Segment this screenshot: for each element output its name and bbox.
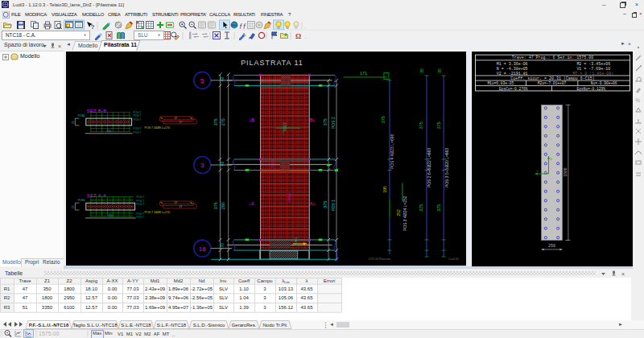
svg-text:λLim: λLim xyxy=(282,278,290,284)
svg-text:375: 375 xyxy=(436,122,441,129)
svg-text:375: 375 xyxy=(323,201,328,208)
svg-text:POS 2: POS 2 xyxy=(271,159,275,167)
svg-text:GerarcRes.: GerarcRes. xyxy=(232,323,257,328)
svg-text:M2u=-7.01e+07: M2u=-7.01e+07 xyxy=(538,81,567,85)
svg-text:Z1: Z1 xyxy=(44,278,51,283)
svg-text:POS 5: POS 5 xyxy=(295,237,298,245)
svg-text:77.03: 77.03 xyxy=(126,305,139,310)
svg-text:17: 17 xyxy=(179,121,182,124)
svg-text:.: . xyxy=(231,35,233,39)
svg-text:250: 250 xyxy=(548,244,555,248)
svg-text:12.57: 12.57 xyxy=(85,305,98,310)
svg-text:17: 17 xyxy=(174,201,177,204)
svg-text:0.00: 0.00 xyxy=(108,286,118,291)
svg-text:43.65: 43.65 xyxy=(300,286,313,291)
svg-text:R1: R1 xyxy=(4,286,10,291)
svg-text:Trave: Trave xyxy=(19,278,31,283)
svg-text:POS 7: POS 7 xyxy=(137,196,145,199)
svg-text:5: 5 xyxy=(200,77,204,84)
svg-text:375: 375 xyxy=(381,116,386,123)
svg-text:EpsNu=-0.129%: EpsNu=-0.129% xyxy=(576,87,605,91)
svg-text:SLV: SLV xyxy=(219,305,228,310)
svg-text:λ: λ xyxy=(306,278,308,283)
svg-text:A: A xyxy=(242,32,246,37)
svg-text:POS 7 34Ø8 L=170: POS 7 34Ø8 L=170 xyxy=(145,126,170,130)
svg-text:3: 3 xyxy=(551,158,552,161)
svg-text:M2 = -3.45e+06: M2 = -3.45e+06 xyxy=(576,62,610,66)
svg-text:3: 3 xyxy=(200,162,204,169)
svg-text:Aspig: Aspig xyxy=(85,278,97,283)
svg-text:195: 195 xyxy=(382,186,387,193)
svg-text:1.04: 1.04 xyxy=(239,295,249,300)
svg-text:P.F.-S.L.U.-NTC18: P.F.-S.L.U.-NTC18 xyxy=(29,323,69,328)
svg-text:Trave: 47 Prog.: 6 Sez.in: 1: Trave: 47 Prog.: 6 Sez.in: 1575.00 xyxy=(512,56,593,60)
svg-text:0.00: 0.00 xyxy=(108,295,118,300)
svg-text:1.89e+06: 1.89e+06 xyxy=(168,286,189,291)
svg-text:1.10: 1.10 xyxy=(239,286,249,291)
svg-text:Errori: Errori xyxy=(324,278,336,283)
svg-text:1575.00 Pilastrata: 1575.00 Pilastrata xyxy=(369,258,391,261)
svg-text:POS 7: POS 7 xyxy=(137,203,145,206)
svg-text:Ω: Ω xyxy=(295,32,301,40)
svg-text:375: 375 xyxy=(419,122,423,129)
svg-text:Inv.: Inv. xyxy=(220,278,228,283)
svg-text:105.06: 105.06 xyxy=(279,295,294,300)
svg-text:POS 7: POS 7 xyxy=(134,111,142,114)
svg-text:9.74e+06: 9.74e+06 xyxy=(168,295,189,300)
svg-text:Coeff: Coeff xyxy=(238,278,250,283)
svg-text:↓A: ↓A xyxy=(249,201,254,206)
svg-text:3350: 3350 xyxy=(42,305,53,310)
svg-text:POS 3 4Ø24 L=252: POS 3 4Ø24 L=252 xyxy=(402,196,407,231)
svg-text:0.00: 0.00 xyxy=(108,305,118,310)
svg-text:POS 7: POS 7 xyxy=(134,114,142,117)
svg-text:375: 375 xyxy=(419,204,423,212)
svg-text:Md1: Md1 xyxy=(151,278,160,283)
svg-text:POS 2: POS 2 xyxy=(331,117,336,129)
svg-text:375: 375 xyxy=(213,202,218,209)
svg-text:M1u=6.83e-05: M1u=6.83e-05 xyxy=(487,81,514,85)
svg-text:375: 375 xyxy=(323,118,328,126)
svg-text:1800: 1800 xyxy=(42,295,53,300)
svg-text:Nodo Tr.Pil.: Nodo Tr.Pil. xyxy=(262,323,287,328)
svg-text:35: 35 xyxy=(437,68,442,73)
svg-text:POS 7: POS 7 xyxy=(137,216,145,219)
svg-text:2950: 2950 xyxy=(64,295,75,300)
svg-text:-2.72e+05: -2.72e+05 xyxy=(191,286,213,291)
svg-text:77.03: 77.03 xyxy=(126,286,139,291)
svg-text:PILASTRATA 11: PILASTRATA 11 xyxy=(241,59,303,67)
svg-text:x: x xyxy=(28,331,30,335)
svg-text:EpsCu=-0.276%: EpsCu=-0.276% xyxy=(499,87,528,91)
svg-text:×: × xyxy=(621,271,625,277)
svg-text:M1 = 3.36e-06: M1 = 3.36e-06 xyxy=(497,62,528,66)
svg-text:POS6: POS6 xyxy=(78,199,85,202)
svg-text:150: 150 xyxy=(106,130,111,133)
svg-text:150: 150 xyxy=(108,214,113,217)
svg-text:x: x xyxy=(18,331,19,335)
svg-text:V1 = -7.69e-10: V1 = -7.69e-10 xyxy=(576,67,610,71)
svg-text:350: 350 xyxy=(43,286,52,291)
svg-text:.: . xyxy=(305,35,307,39)
svg-text:375: 375 xyxy=(213,118,218,126)
svg-text:Taglio S.L.U.-NTC18: Taglio S.L.U.-NTC18 xyxy=(72,323,118,328)
svg-text:103.13: 103.13 xyxy=(279,286,294,291)
svg-text:POS 7: POS 7 xyxy=(134,118,142,122)
svg-text:-2.56e+05: -2.56e+05 xyxy=(191,295,213,300)
svg-text:Coeff. sicur. = 20.31 (Campo 6: Coeff. sicur. = 20.31 (Campo 6-C15) xyxy=(510,76,594,80)
svg-text:Campo: Campo xyxy=(257,278,273,283)
svg-text:Md2: Md2 xyxy=(174,278,184,283)
svg-text:70: 70 xyxy=(220,243,225,248)
svg-text:77.03: 77.03 xyxy=(126,295,139,300)
svg-text:A-XX: A-XX xyxy=(106,278,118,283)
svg-text:43.65: 43.65 xyxy=(300,295,313,300)
svg-text:POS6: POS6 xyxy=(78,114,85,117)
svg-text:3: 3 xyxy=(263,305,266,310)
svg-text:Nd: Nd xyxy=(199,278,205,283)
svg-text:R2: R2 xyxy=(4,295,10,300)
svg-text:S.L.D.-Sismico: S.L.D.-Sismico xyxy=(193,323,225,328)
svg-text:252: 252 xyxy=(396,209,401,216)
svg-text:B↓: B↓ xyxy=(310,117,316,122)
svg-text:POS 7: POS 7 xyxy=(137,212,145,216)
svg-text:17: 17 xyxy=(179,205,182,208)
svg-text:171: 171 xyxy=(360,71,367,76)
svg-text:N = -4.38e+05: N = -4.38e+05 xyxy=(497,67,528,71)
